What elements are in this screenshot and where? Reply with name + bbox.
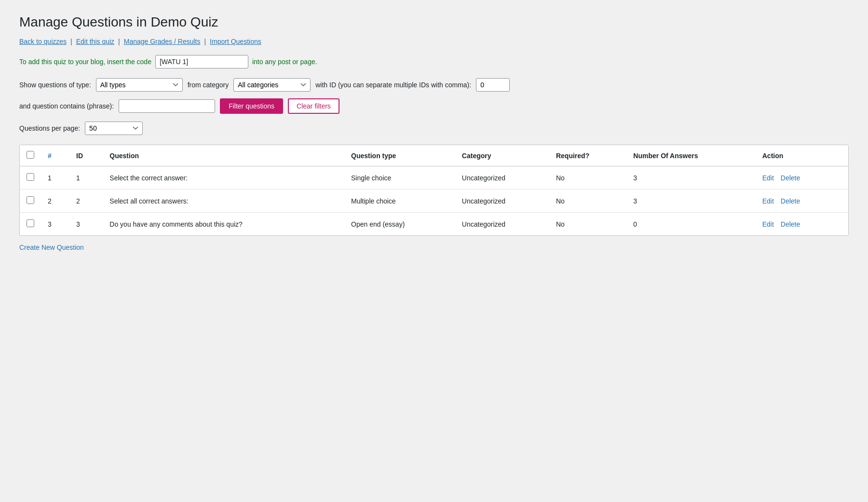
shortcode-outro: into any post or page. — [252, 58, 317, 66]
row-type-2: Open end (essay) — [344, 213, 455, 236]
th-question-type: Question type — [344, 145, 455, 166]
row-action-2: Edit Delete — [756, 213, 848, 236]
filter-questions-button[interactable]: Filter questions — [220, 98, 283, 114]
category-filter-select[interactable]: All categories Uncategorized — [233, 78, 311, 92]
type-filter-label: Show questions of type: — [19, 81, 91, 89]
row-type-0: Single choice — [344, 166, 455, 190]
row-type-1: Multiple choice — [344, 190, 455, 213]
row-id-0: 1 — [69, 166, 103, 190]
row-required-1: No — [549, 190, 626, 213]
th-action: Action — [756, 145, 848, 166]
filter-row-type: Show questions of type: All types Single… — [19, 78, 849, 92]
sep3: | — [204, 38, 206, 45]
row-answers-1: 3 — [626, 190, 755, 213]
th-checkbox — [20, 145, 41, 166]
row-answers-0: 3 — [626, 166, 755, 190]
per-page-row: Questions per page: 10 20 50 100 — [19, 122, 849, 135]
row-num-2: 3 — [41, 213, 69, 236]
per-page-label: Questions per page: — [19, 124, 80, 132]
import-questions-link[interactable]: Import Questions — [210, 38, 261, 45]
row-question-2: Do you have any comments about this quiz… — [103, 213, 344, 236]
th-required: Required? — [549, 145, 626, 166]
row-id-2: 3 — [69, 213, 103, 236]
th-num-answers: Number Of Answers — [626, 145, 755, 166]
th-id: ID — [69, 145, 103, 166]
row-category-0: Uncategorized — [455, 166, 549, 190]
edit-link-0[interactable]: Edit — [762, 174, 774, 182]
row-checkbox-1[interactable] — [27, 196, 34, 204]
table-row: 1 1 Select the correct answer: Single ch… — [20, 166, 848, 190]
table-row: 2 2 Select all correct answers: Multiple… — [20, 190, 848, 213]
edit-this-quiz-link[interactable]: Edit this quiz — [76, 38, 114, 45]
phrase-filter-label: and question contains (phrase): — [19, 102, 114, 110]
row-required-2: No — [549, 213, 626, 236]
table-header-row: # ID Question Question type Category Req… — [20, 145, 848, 166]
row-question-1: Select all correct answers: — [103, 190, 344, 213]
row-checkbox-2[interactable] — [27, 219, 34, 227]
row-answers-2: 0 — [626, 213, 755, 236]
edit-link-1[interactable]: Edit — [762, 197, 774, 205]
row-num-1: 2 — [41, 190, 69, 213]
sep1: | — [70, 38, 72, 45]
edit-link-2[interactable]: Edit — [762, 220, 774, 228]
row-category-1: Uncategorized — [455, 190, 549, 213]
id-filter-label: with ID (you can separate multiple IDs w… — [315, 81, 471, 89]
row-checkbox-0[interactable] — [27, 173, 34, 181]
phrase-filter-input[interactable] — [119, 99, 215, 113]
row-checkbox-cell — [20, 190, 41, 213]
row-action-1: Edit Delete — [756, 190, 848, 213]
row-id-1: 2 — [69, 190, 103, 213]
questions-table-container: # ID Question Question type Category Req… — [19, 145, 849, 236]
type-filter-select[interactable]: All types Single choice Multiple choice … — [96, 78, 183, 92]
questions-table: # ID Question Question type Category Req… — [20, 145, 848, 235]
row-checkbox-cell — [20, 213, 41, 236]
row-required-0: No — [549, 166, 626, 190]
shortcode-input[interactable] — [155, 55, 248, 68]
select-all-checkbox[interactable] — [27, 151, 34, 159]
per-page-select[interactable]: 10 20 50 100 — [85, 122, 143, 135]
breadcrumb: Back to quizzes | Edit this quiz | Manag… — [19, 38, 849, 45]
id-filter-input[interactable] — [476, 78, 510, 92]
row-category-2: Uncategorized — [455, 213, 549, 236]
row-action-0: Edit Delete — [756, 166, 848, 190]
filter-section: Show questions of type: All types Single… — [19, 78, 849, 114]
shortcode-row: To add this quiz to your blog, insert th… — [19, 55, 849, 68]
page-title: Manage Questions in Demo Quiz — [19, 14, 849, 30]
row-checkbox-cell — [20, 166, 41, 190]
sep2: | — [118, 38, 120, 45]
th-category: Category — [455, 145, 549, 166]
manage-grades-link[interactable]: Manage Grades / Results — [124, 38, 201, 45]
shortcode-intro: To add this quiz to your blog, insert th… — [19, 58, 151, 66]
category-prefix-label: from category — [188, 81, 229, 89]
row-question-0: Select the correct answer: — [103, 166, 344, 190]
filter-row-phrase: and question contains (phrase): Filter q… — [19, 98, 849, 114]
table-row: 3 3 Do you have any comments about this … — [20, 213, 848, 236]
row-num-0: 1 — [41, 166, 69, 190]
create-new-question-link[interactable]: Create New Question — [19, 244, 84, 251]
delete-link-1[interactable]: Delete — [781, 197, 800, 205]
th-question: Question — [103, 145, 344, 166]
delete-link-2[interactable]: Delete — [781, 220, 800, 228]
delete-link-0[interactable]: Delete — [781, 174, 800, 182]
clear-filters-button[interactable]: Clear filters — [288, 98, 339, 114]
th-hash: # — [41, 145, 69, 166]
back-to-quizzes-link[interactable]: Back to quizzes — [19, 38, 67, 45]
